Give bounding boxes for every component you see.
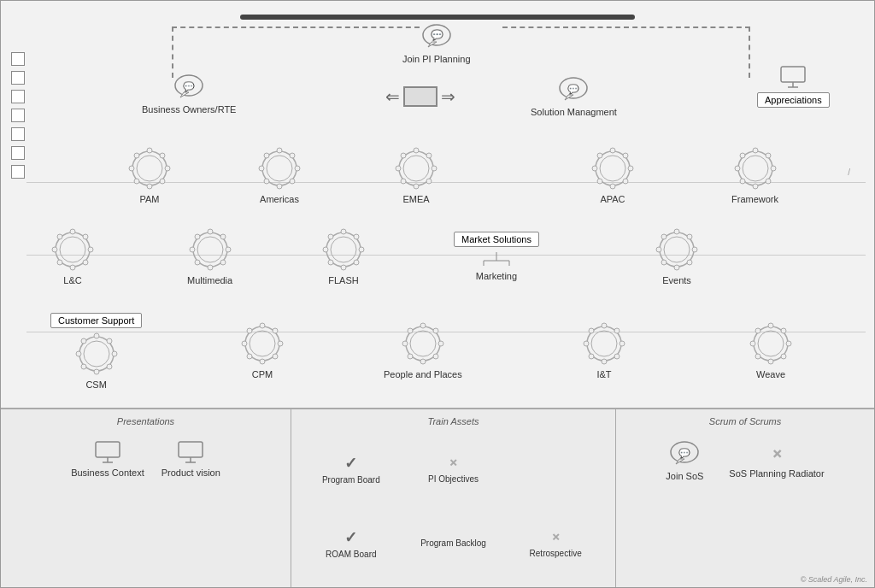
product-vision-label: Product vision [161,467,220,478]
svg-point-35 [414,184,419,189]
svg-point-117 [250,331,275,356]
bracket-icon [479,252,514,266]
dashed-line-left [172,26,420,78]
empty-cell-1 [506,433,605,504]
svg-point-60 [766,153,771,158]
svg-point-55 [753,184,758,189]
top-bar [240,15,635,20]
sidebar-checkboxes [11,52,25,179]
svg-point-86 [323,247,328,252]
svg-point-59 [766,179,771,184]
marketing-label: Marketing [476,271,517,281]
framework-node[interactable]: Framework [731,146,778,204]
flash-label: FLASH [328,275,358,285]
checkbox-6[interactable] [11,146,25,160]
svg-rect-156 [96,442,120,457]
iat-node[interactable]: I&T [582,321,626,379]
svg-point-123 [273,354,278,359]
checkbox-5[interactable] [11,127,25,141]
cpm-label: CPM [252,369,273,379]
retrospective-item[interactable]: + Retrospective [506,508,605,579]
chat-icon-join: 💬 [421,23,452,50]
svg-point-148 [768,323,773,328]
svg-point-138 [602,323,607,328]
svg-point-79 [220,260,226,265]
pi-objectives-item[interactable]: + PI Objectives [404,433,503,504]
join-pi-planning-node[interactable]: 💬 Join PI Planning [402,23,471,64]
svg-point-83 [331,237,356,262]
svg-point-27 [295,166,300,171]
program-board-item[interactable]: ✓ Program Board [302,433,401,504]
join-sos-item[interactable]: 💬 Join SoS [666,440,703,481]
svg-point-61 [740,179,745,184]
svg-point-23 [267,156,292,181]
svg-point-137 [591,331,617,356]
svg-point-155 [755,354,760,359]
svg-point-100 [656,247,661,252]
product-vision-item[interactable]: Product vision [161,440,220,478]
people-places-node[interactable]: People and Places [384,321,462,379]
emea-node[interactable]: EMEA [394,146,438,204]
business-owners-node[interactable]: 💬 Business Owners/RTE [142,74,236,115]
iat-label: I&T [596,369,611,379]
weave-node[interactable]: Weave [749,321,793,379]
center-device: ⇐ ⇒ [385,86,455,107]
svg-text:💬: 💬 [567,83,579,95]
cpm-node[interactable]: CPM [240,321,285,379]
apac-node[interactable]: APAC [590,146,635,204]
checkbox-4[interactable] [11,109,25,122]
dashed-line-right [502,26,750,78]
sos-planning-radiator-item[interactable]: + SoS Planning Radiator [729,443,824,479]
appreciations-node[interactable]: Appreciations [757,65,830,108]
svg-point-151 [786,341,791,346]
americas-node[interactable]: Americas [257,146,302,204]
svg-point-26 [259,166,264,171]
svg-point-45 [610,184,615,189]
svg-point-140 [584,341,589,346]
svg-point-90 [354,234,359,239]
svg-point-128 [420,323,426,328]
program-backlog-item[interactable]: Program Backlog [404,508,503,579]
presenter-icon-business-context [94,440,121,464]
svg-point-74 [208,229,213,234]
presentations-panel: Presentations Business Context [1,409,291,587]
pam-node[interactable]: PAM [127,146,172,204]
svg-point-65 [70,265,75,270]
svg-point-41 [401,179,406,184]
checkbox-3[interactable] [11,90,25,103]
checkbox-7[interactable] [11,165,25,179]
svg-point-34 [414,148,419,153]
svg-point-67 [88,247,93,252]
checkbox-1[interactable] [11,52,25,66]
tick-mark: / [848,168,850,177]
svg-point-141 [620,341,625,346]
program-backlog-label: Program Backlog [420,538,486,548]
checkbox-2[interactable] [11,71,25,85]
svg-point-142 [589,328,594,333]
business-context-item[interactable]: Business Context [71,440,144,478]
flash-node[interactable]: FLASH [321,227,366,285]
svg-point-13 [137,156,162,181]
gear-circle-emea [394,146,438,191]
svg-point-39 [426,179,432,184]
gear-circle-iat [582,321,626,366]
gear-circle-flash [321,227,366,272]
presenter-icon-appreciations [779,65,807,89]
svg-marker-164 [676,459,684,464]
bottom-section: Presentations Business Context [1,408,874,587]
gear-circle-multimedia [188,227,232,272]
events-label: Events [662,275,691,285]
svg-point-109 [94,369,99,374]
multimedia-node[interactable]: Multimedia [187,227,232,285]
business-owners-label: Business Owners/RTE [142,104,236,115]
roam-board-item[interactable]: ✓ ROAM Board [302,508,401,579]
svg-point-129 [420,359,426,364]
lc-node[interactable]: L&C [50,227,95,285]
svg-point-91 [328,260,333,265]
cross-icon-sos-radiator: + [765,442,788,465]
events-node[interactable]: Events [655,227,699,285]
svg-marker-8 [565,95,573,100]
solution-management-node[interactable]: 💬 Solution Managment [531,76,617,117]
svg-point-33 [403,156,429,181]
svg-point-71 [57,260,62,265]
